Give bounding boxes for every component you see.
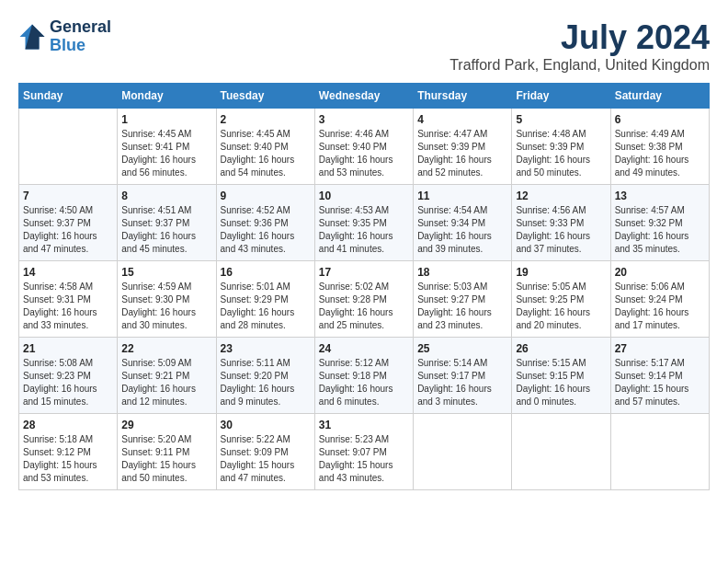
day-cell: 25Sunrise: 5:14 AMSunset: 9:17 PMDayligh… [414,338,512,414]
day-cell: 5Sunrise: 4:48 AMSunset: 9:39 PMDaylight… [512,109,610,185]
day-info: Sunrise: 5:02 AMSunset: 9:28 PMDaylight:… [319,281,409,332]
day-cell: 30Sunrise: 5:22 AMSunset: 9:09 PMDayligh… [216,414,314,490]
day-number: 25 [417,342,507,355]
day-cell: 6Sunrise: 4:49 AMSunset: 9:38 PMDaylight… [610,109,709,185]
day-cell: 12Sunrise: 4:56 AMSunset: 9:33 PMDayligh… [512,185,610,261]
day-number: 15 [121,266,211,279]
day-cell: 26Sunrise: 5:15 AMSunset: 9:15 PMDayligh… [512,338,610,414]
day-cell: 31Sunrise: 5:23 AMSunset: 9:07 PMDayligh… [314,414,413,490]
day-number: 19 [516,266,606,279]
day-cell: 11Sunrise: 4:54 AMSunset: 9:34 PMDayligh… [414,185,512,261]
day-info: Sunrise: 5:15 AMSunset: 9:15 PMDaylight:… [516,357,606,408]
day-info: Sunrise: 5:14 AMSunset: 9:17 PMDaylight:… [417,357,507,408]
day-cell: 19Sunrise: 5:05 AMSunset: 9:25 PMDayligh… [512,261,610,338]
logo-blue: Blue [50,37,111,55]
week-row-1: 1Sunrise: 4:45 AMSunset: 9:41 PMDaylight… [19,109,710,185]
day-number: 8 [121,190,211,202]
day-cell: 13Sunrise: 4:57 AMSunset: 9:32 PMDayligh… [610,185,709,261]
day-info: Sunrise: 4:56 AMSunset: 9:33 PMDaylight:… [516,204,606,256]
day-info: Sunrise: 5:18 AMSunset: 9:12 PMDaylight:… [23,433,113,485]
day-number: 1 [121,113,211,126]
day-number: 21 [23,342,113,355]
day-info: Sunrise: 5:20 AMSunset: 9:11 PMDaylight:… [121,433,211,485]
day-number: 12 [516,190,606,202]
day-info: Sunrise: 4:58 AMSunset: 9:31 PMDaylight:… [23,281,113,332]
header-thursday: Thursday [414,84,512,109]
day-cell: 20Sunrise: 5:06 AMSunset: 9:24 PMDayligh… [610,261,709,338]
title-block: July 2024 Trafford Park, England, United… [449,18,710,74]
day-info: Sunrise: 4:45 AMSunset: 9:41 PMDaylight:… [121,128,211,179]
day-number: 26 [516,342,606,355]
week-row-5: 28Sunrise: 5:18 AMSunset: 9:12 PMDayligh… [19,414,710,490]
day-info: Sunrise: 4:47 AMSunset: 9:39 PMDaylight:… [417,128,507,179]
day-cell: 9Sunrise: 4:52 AMSunset: 9:36 PMDaylight… [216,185,314,261]
day-cell: 10Sunrise: 4:53 AMSunset: 9:35 PMDayligh… [314,185,413,261]
day-cell: 3Sunrise: 4:46 AMSunset: 9:40 PMDaylight… [314,109,413,185]
day-cell: 14Sunrise: 4:58 AMSunset: 9:31 PMDayligh… [19,261,118,338]
day-number: 6 [615,113,705,126]
day-number: 28 [23,419,113,431]
day-info: Sunrise: 5:05 AMSunset: 9:25 PMDaylight:… [516,281,606,332]
day-info: Sunrise: 4:57 AMSunset: 9:32 PMDaylight:… [615,204,705,256]
day-info: Sunrise: 4:51 AMSunset: 9:37 PMDaylight:… [121,204,211,256]
header-saturday: Saturday [610,84,709,109]
day-cell: 7Sunrise: 4:50 AMSunset: 9:37 PMDaylight… [19,185,118,261]
day-number: 3 [319,113,409,126]
day-cell: 2Sunrise: 4:45 AMSunset: 9:40 PMDaylight… [216,109,314,185]
logo-general: General [50,18,111,37]
day-cell: 16Sunrise: 5:01 AMSunset: 9:29 PMDayligh… [216,261,314,338]
day-info: Sunrise: 5:23 AMSunset: 9:07 PMDaylight:… [319,433,409,485]
day-info: Sunrise: 5:08 AMSunset: 9:23 PMDaylight:… [23,357,113,408]
day-info: Sunrise: 5:17 AMSunset: 9:14 PMDaylight:… [615,357,705,408]
day-info: Sunrise: 4:53 AMSunset: 9:35 PMDaylight:… [319,204,409,256]
day-cell: 18Sunrise: 5:03 AMSunset: 9:27 PMDayligh… [414,261,512,338]
day-cell: 4Sunrise: 4:47 AMSunset: 9:39 PMDaylight… [414,109,512,185]
day-info: Sunrise: 4:48 AMSunset: 9:39 PMDaylight:… [516,128,606,179]
header-tuesday: Tuesday [216,84,314,109]
day-number: 9 [221,190,311,202]
week-row-3: 14Sunrise: 4:58 AMSunset: 9:31 PMDayligh… [19,261,710,338]
day-cell: 28Sunrise: 5:18 AMSunset: 9:12 PMDayligh… [19,414,118,490]
day-number: 13 [615,190,705,202]
day-info: Sunrise: 5:03 AMSunset: 9:27 PMDaylight:… [417,281,507,332]
page-header: General Blue July 2024 Trafford Park, En… [18,18,710,74]
day-cell: 8Sunrise: 4:51 AMSunset: 9:37 PMDaylight… [118,185,216,261]
day-info: Sunrise: 4:50 AMSunset: 9:37 PMDaylight:… [23,204,113,256]
day-number: 14 [23,266,113,279]
day-number: 2 [221,113,311,126]
day-cell: 15Sunrise: 4:59 AMSunset: 9:30 PMDayligh… [118,261,216,338]
day-cell: 1Sunrise: 4:45 AMSunset: 9:41 PMDaylight… [118,109,216,185]
logo-icon [18,23,46,51]
day-cell [414,414,512,490]
day-info: Sunrise: 5:12 AMSunset: 9:18 PMDaylight:… [319,357,409,408]
day-cell: 27Sunrise: 5:17 AMSunset: 9:14 PMDayligh… [610,338,709,414]
day-info: Sunrise: 4:54 AMSunset: 9:34 PMDaylight:… [417,204,507,256]
day-number: 31 [319,419,409,431]
week-row-4: 21Sunrise: 5:08 AMSunset: 9:23 PMDayligh… [19,338,710,414]
day-cell: 17Sunrise: 5:02 AMSunset: 9:28 PMDayligh… [314,261,413,338]
location: Trafford Park, England, United Kingdom [449,57,710,74]
header-wednesday: Wednesday [314,84,413,109]
day-cell: 22Sunrise: 5:09 AMSunset: 9:21 PMDayligh… [118,338,216,414]
day-info: Sunrise: 5:11 AMSunset: 9:20 PMDaylight:… [221,357,311,408]
day-cell [512,414,610,490]
day-info: Sunrise: 5:09 AMSunset: 9:21 PMDaylight:… [121,357,211,408]
day-number: 24 [319,342,409,355]
day-info: Sunrise: 4:45 AMSunset: 9:40 PMDaylight:… [221,128,311,179]
day-number: 29 [121,419,211,431]
day-number: 7 [23,190,113,202]
day-cell [19,109,118,185]
header-sunday: Sunday [19,84,118,109]
day-number: 20 [615,266,705,279]
day-info: Sunrise: 4:59 AMSunset: 9:30 PMDaylight:… [121,281,211,332]
logo-text-block: General Blue [50,18,111,55]
day-number: 4 [417,113,507,126]
day-number: 27 [615,342,705,355]
day-cell: 29Sunrise: 5:20 AMSunset: 9:11 PMDayligh… [118,414,216,490]
day-number: 11 [417,190,507,202]
calendar-table: SundayMondayTuesdayWednesdayThursdayFrid… [18,83,710,490]
day-number: 23 [221,342,311,355]
day-number: 30 [221,419,311,431]
day-number: 16 [221,266,311,279]
day-info: Sunrise: 4:46 AMSunset: 9:40 PMDaylight:… [319,128,409,179]
